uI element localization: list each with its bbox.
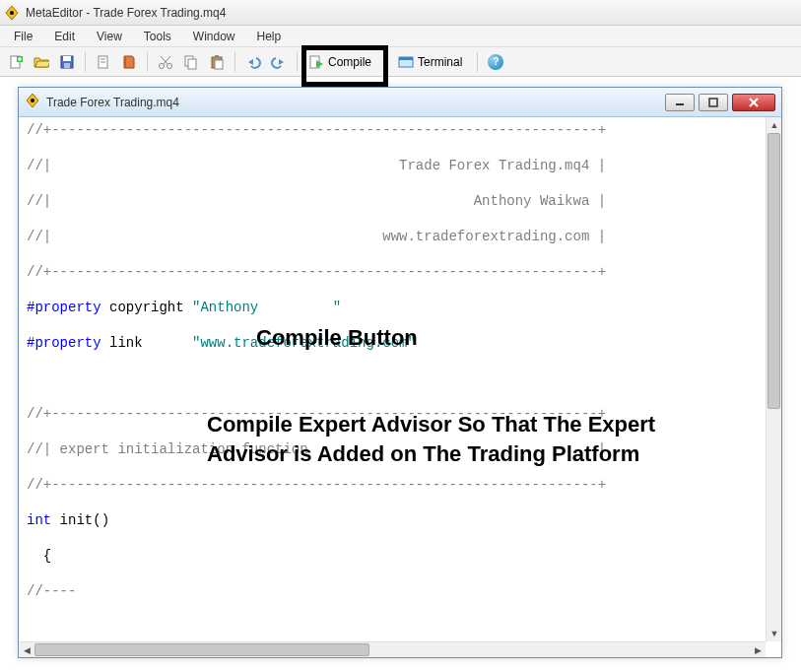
paste-button[interactable] (205, 50, 229, 74)
separator (477, 52, 478, 72)
document-button[interactable] (92, 50, 115, 74)
separator (147, 52, 148, 72)
app-icon (4, 5, 20, 21)
svg-point-30 (31, 99, 34, 102)
vertical-scroll-thumb[interactable] (768, 133, 780, 409)
document-titlebar: Trade Forex Trading.mq4 (19, 88, 781, 117)
vertical-scrollbar[interactable]: ▲ ▼ (766, 117, 781, 641)
new-file-button[interactable] (4, 50, 28, 74)
svg-rect-18 (188, 59, 196, 69)
svg-rect-27 (399, 57, 413, 60)
close-button[interactable] (732, 94, 775, 111)
separator (85, 52, 86, 72)
scroll-left-arrow[interactable]: ◀ (19, 642, 34, 658)
svg-marker-22 (248, 59, 253, 65)
svg-rect-20 (215, 55, 219, 58)
menu-file[interactable]: File (4, 28, 42, 45)
horizontal-scroll-thumb[interactable] (34, 643, 369, 656)
svg-point-13 (160, 63, 165, 68)
terminal-button[interactable]: Terminal (393, 50, 471, 74)
menu-edit[interactable]: Edit (44, 28, 85, 45)
svg-point-14 (167, 63, 172, 68)
svg-rect-21 (215, 60, 223, 69)
separator (297, 52, 298, 72)
undo-button[interactable] (241, 50, 265, 74)
window-controls (665, 94, 775, 111)
svg-point-1 (10, 11, 14, 15)
code-editor[interactable]: //+-------------------------------------… (19, 117, 766, 641)
app-titlebar: MetaEditor - Trade Forex Trading.mq4 (0, 0, 801, 26)
document-title: Trade Forex Trading.mq4 (46, 96, 659, 109)
copy-button[interactable] (179, 50, 203, 74)
save-button[interactable] (55, 50, 79, 74)
help-icon: ? (488, 54, 503, 70)
horizontal-scrollbar[interactable]: ◀ ▶ (19, 641, 766, 657)
svg-rect-12 (124, 56, 126, 68)
toolbar: Compile Terminal ? (0, 47, 801, 77)
redo-button[interactable] (267, 50, 291, 74)
menu-view[interactable]: View (87, 28, 132, 45)
menu-window[interactable]: Window (183, 28, 245, 45)
menu-help[interactable]: Help (247, 28, 292, 45)
document-window: Trade Forex Trading.mq4 //+-------------… (18, 87, 782, 658)
separator (386, 52, 387, 72)
svg-marker-23 (279, 59, 284, 65)
book-button[interactable] (117, 50, 141, 74)
help-button[interactable]: ? (484, 50, 507, 74)
maximize-button[interactable] (699, 94, 728, 111)
cut-button[interactable] (154, 50, 177, 74)
minimize-button[interactable] (665, 94, 695, 111)
menu-tools[interactable]: Tools (134, 28, 181, 45)
compile-label: Compile (328, 55, 371, 69)
svg-rect-32 (709, 99, 717, 106)
scroll-right-arrow[interactable]: ▶ (750, 642, 766, 658)
separator (234, 52, 235, 72)
open-file-button[interactable] (30, 50, 53, 74)
terminal-label: Terminal (418, 55, 462, 69)
svg-rect-8 (64, 63, 70, 68)
app-title: MetaEditor - Trade Forex Trading.mq4 (26, 6, 226, 20)
svg-rect-7 (63, 56, 71, 61)
document-icon (25, 93, 40, 111)
scroll-up-arrow[interactable]: ▲ (767, 117, 782, 133)
menubar: File Edit View Tools Window Help (0, 26, 801, 47)
scroll-down-arrow[interactable]: ▼ (767, 626, 782, 641)
compile-button[interactable]: Compile (303, 50, 380, 74)
